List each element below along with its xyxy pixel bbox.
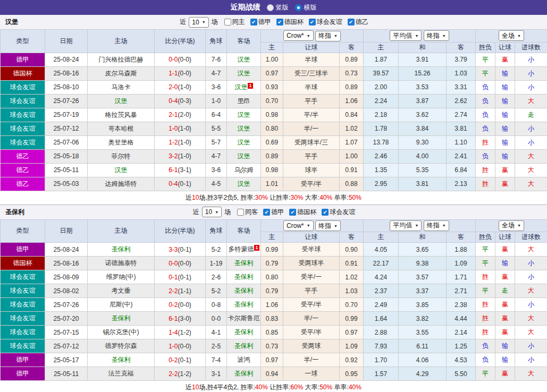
league-label: 德甲 <box>258 18 271 27</box>
away-team: 汉堡 <box>227 149 261 163</box>
league-checkbox[interactable]: ✔德甲 <box>263 208 284 217</box>
league-type-badge: 德甲 <box>1 367 45 381</box>
avg-home-odds: 1.78 <box>364 122 399 135</box>
odds-time-select[interactable]: 终指▼ <box>315 220 341 231</box>
col-away: 客场 <box>227 30 261 53</box>
result-winloss: 平 <box>476 257 495 270</box>
league-type-badge: 球会友谊 <box>1 326 45 339</box>
chevron-down-icon: ▼ <box>334 224 338 228</box>
odds-time-select[interactable]: 终指▼ <box>315 31 341 41</box>
avg-away-odds: 2.14 <box>447 326 476 339</box>
handicap-away-odds: 0.90 <box>340 243 364 257</box>
result-handicap: 赢 <box>495 270 515 284</box>
handicap-home-odds: 0.80 <box>261 270 283 284</box>
handicap-home-odds: 0.98 <box>261 163 283 177</box>
league-checkbox[interactable]: ✔球会友谊 <box>322 208 355 217</box>
away-team: 汉堡 <box>227 66 261 80</box>
avg-home-odds: 2.00 <box>364 80 399 94</box>
average-select[interactable]: 平均值▼ <box>390 30 422 41</box>
league-checkbox[interactable]: ✔德国杯 <box>276 18 304 27</box>
same-venue-label: 同主 <box>232 18 245 27</box>
result-goals: 大 <box>515 94 547 108</box>
col-score: 比分(半场) <box>155 219 206 243</box>
odds-company-select[interactable]: Crow*▼ <box>283 220 314 231</box>
avg-away-odds: 1.25 <box>447 339 476 353</box>
handicap-away-odds: 0.73 <box>340 66 364 80</box>
handicap-home-odds: 0.70 <box>261 94 283 108</box>
odds-company-select[interactable]: Crow*▼ <box>283 30 314 41</box>
handicap-away-odds: 1.07 <box>340 135 364 149</box>
league-checkbox[interactable]: ✔德国杯 <box>289 208 316 217</box>
away-team: 乌尔姆 <box>227 163 261 177</box>
summary-segment: 30% <box>290 194 303 201</box>
match-row: 球会友谊25-07-26汉堡0-4(0-3)1-0里昂0.70平手1.062.2… <box>1 94 547 108</box>
match-date: 25-08-24 <box>45 243 88 257</box>
result-winloss: 平 <box>476 284 495 298</box>
corner-count: 0-8 <box>206 298 227 312</box>
handicap-home-odds: 0.83 <box>261 312 283 326</box>
handicap-away-odds: 1.00 <box>340 149 364 163</box>
summary-segment: 单率: <box>332 194 349 201</box>
checkbox-checked-icon: ✔ <box>250 19 257 25</box>
scope-select[interactable]: 全场▼ <box>499 220 524 231</box>
same-venue-checkbox[interactable]: 同主 <box>224 18 245 27</box>
avg-draw-odds: 4.06 <box>399 353 447 367</box>
handicap-home-odds: 0.97 <box>261 353 283 367</box>
match-row: 德国杯25-08-16皮尔马森斯1-1(0-0)4-7汉堡0.97受三/三球半0… <box>1 66 547 80</box>
handicap-line: 平手 <box>283 149 340 163</box>
chevron-down-icon: ▼ <box>215 210 218 214</box>
corner-count: 6-4 <box>206 108 227 122</box>
match-row: 球会友谊25-07-20圣保利6-1(3-0)0-0卡尔斯鲁厄0.83半/一0.… <box>1 312 547 326</box>
league-label: 德国杯 <box>284 18 304 27</box>
average-select[interactable]: 平均值▼ <box>390 220 422 231</box>
col-type: 类型 <box>1 219 45 243</box>
scope-select[interactable]: 全场▼ <box>499 30 524 41</box>
result-winloss: 胜 <box>476 177 495 191</box>
match-date: 25-05-18 <box>45 149 88 163</box>
handicap-home-odds: 0.97 <box>261 66 283 80</box>
away-team: 圣保利 <box>227 367 261 381</box>
match-row: 球会友谊25-07-06奥登堡格1-2(1-0)5-7汉堡0.69受两球半/三1… <box>1 135 547 149</box>
result-handicap: 赢 <box>495 243 515 257</box>
chevron-down-icon: ▼ <box>517 34 521 38</box>
summary-segment: 40% <box>349 384 361 391</box>
league-checkbox[interactable]: ✔德乙 <box>348 18 368 27</box>
handicap-away-odds: 0.89 <box>340 80 364 94</box>
corner-count: 7-4 <box>206 353 227 367</box>
radio-vertical-layout[interactable]: 竖版 <box>267 3 289 12</box>
score-cell: 0-1(0-1) <box>155 270 206 284</box>
average-time-select[interactable]: 终指▼ <box>424 220 449 231</box>
avg-home-odds: 2.46 <box>364 149 399 163</box>
corner-count: 4-5 <box>206 177 227 191</box>
handicap-away-odds: 0.97 <box>340 326 364 339</box>
league-type-badge: 球会友谊 <box>1 108 45 122</box>
league-checkbox[interactable]: ✔德甲 <box>250 18 271 27</box>
chevron-down-icon: ▼ <box>442 224 446 227</box>
corner-count: 4-1 <box>206 326 227 339</box>
score-cell: 0-2(0-1) <box>155 353 206 367</box>
section-summary: 近10场,胜3平2负5, 胜率:30% 让胜率:30% 大率:40% 单率:50… <box>0 191 547 205</box>
handicap-line: 受半球 <box>283 243 340 257</box>
result-goals: 小 <box>515 353 547 367</box>
result-goals: 小 <box>515 298 547 312</box>
summary-segment: 近 <box>186 194 192 201</box>
home-team: 门兴格拉德巴赫 <box>88 53 155 66</box>
result-handicap: 输 <box>495 353 515 367</box>
avg-home-odds: 2.18 <box>364 108 399 122</box>
checkbox-checked-icon: ✔ <box>348 19 355 25</box>
radio-horizontal-layout[interactable]: 横版 <box>295 3 317 12</box>
avg-draw-odds: 6.11 <box>399 339 447 353</box>
col-score: 比分(半场) <box>155 30 206 53</box>
league-checkbox[interactable]: ✔球会友谊 <box>309 18 342 27</box>
recent-games-select[interactable]: 10▼ <box>189 17 208 28</box>
recent-games-select[interactable]: 10▼ <box>202 207 222 217</box>
result-goals: 小 <box>515 80 547 94</box>
average-time-select[interactable]: 终指▼ <box>424 30 449 41</box>
home-team: 汉堡 <box>88 163 155 177</box>
corner-count: 4-7 <box>206 66 227 80</box>
handicap-home-odds: 0.79 <box>261 257 283 270</box>
result-handicap: 输 <box>495 122 515 135</box>
league-type-badge: 球会友谊 <box>1 339 45 353</box>
checkbox-checked-icon: ✔ <box>322 209 329 216</box>
same-venue-checkbox[interactable]: 同客 <box>237 208 258 217</box>
